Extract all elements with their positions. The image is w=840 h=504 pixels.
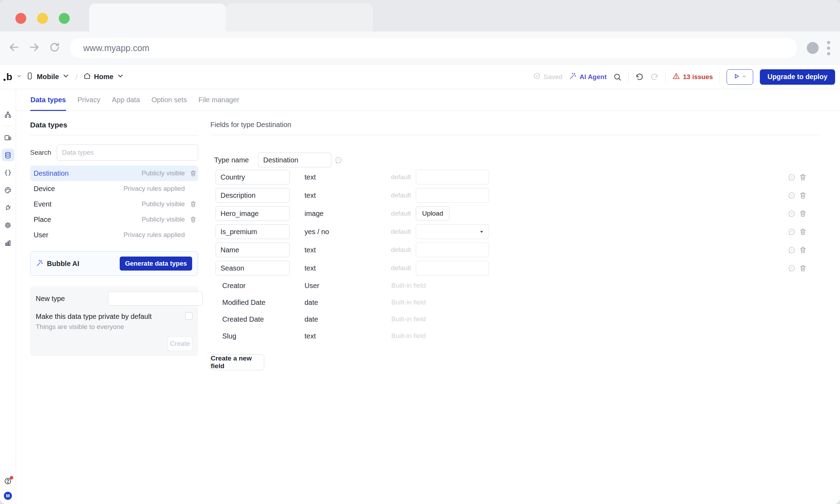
datatype-visibility-status: Publicly visible	[141, 216, 185, 223]
help-icon[interactable]	[4, 477, 12, 486]
new-type-label: New type	[36, 295, 108, 303]
zoom-window-icon[interactable]	[59, 13, 70, 24]
datatype-visibility-status: Privacy rules applied	[124, 231, 185, 239]
preview-button[interactable]	[727, 69, 753, 85]
backend-icon[interactable]	[2, 166, 14, 179]
comment-icon[interactable]	[788, 210, 796, 217]
comment-icon[interactable]	[788, 173, 796, 181]
settings-icon[interactable]	[2, 219, 14, 231]
default-value-input[interactable]	[416, 188, 489, 203]
upload-button[interactable]: Upload	[416, 206, 449, 220]
tab-option-sets[interactable]: Option sets	[151, 89, 187, 111]
comment-icon[interactable]	[788, 264, 796, 272]
browser-profile-avatar[interactable]	[807, 42, 819, 54]
trash-icon[interactable]	[799, 228, 807, 236]
database-icon[interactable]	[2, 149, 14, 161]
create-type-button[interactable]: Create	[167, 336, 192, 351]
datatype-visibility-status: Publicly visible	[141, 169, 185, 177]
tab-data-types[interactable]: Data types	[30, 89, 66, 111]
tab-file-manager[interactable]: File manager	[198, 89, 240, 111]
trash-icon[interactable]	[799, 210, 807, 217]
data-tabs: Data typesPrivacyApp dataOption setsFile…	[16, 89, 840, 111]
datatype-row-user[interactable]: UserPrivacy rules applied	[30, 227, 198, 243]
generate-data-types-button[interactable]: Generate data types	[120, 257, 192, 271]
url-bar[interactable]: www.myapp.com	[70, 38, 797, 58]
trash-icon[interactable]	[799, 173, 807, 181]
forward-icon[interactable]	[29, 42, 40, 54]
redo-icon[interactable]	[650, 73, 659, 81]
styles-icon[interactable]	[2, 184, 14, 196]
field-list: textdefaulttextdefaultimagedefaultUpload…	[210, 168, 819, 277]
user-avatar[interactable]: M	[4, 492, 12, 500]
frames-icon[interactable]	[2, 131, 14, 144]
search-input[interactable]	[57, 145, 198, 161]
default-select[interactable]	[416, 224, 489, 239]
browser-url-row: www.myapp.com	[0, 31, 840, 65]
field-row-description: textdefault	[210, 186, 819, 204]
warning-triangle-icon	[672, 72, 680, 82]
field-name-label: Slug	[222, 332, 236, 340]
default-value-input[interactable]	[416, 243, 489, 257]
trash-icon[interactable]	[190, 170, 197, 177]
browser-tab-active[interactable]	[89, 4, 226, 31]
undo-icon[interactable]	[635, 73, 644, 81]
datatype-row-device[interactable]: DevicePrivacy rules applied	[30, 181, 198, 196]
field-name-input[interactable]	[216, 243, 290, 257]
editor-sidebar: M	[0, 89, 16, 504]
field-name-input[interactable]	[216, 170, 290, 184]
new-type-input[interactable]	[108, 292, 203, 306]
comment-icon[interactable]	[335, 156, 342, 164]
tab-app-data[interactable]: App data	[112, 89, 140, 111]
datatype-row-place[interactable]: PlacePublicly visible	[30, 212, 198, 227]
comment-icon[interactable]	[788, 191, 796, 199]
data-types-panel: Data types Search DestinationPublicly vi…	[30, 121, 198, 356]
field-name-input[interactable]	[216, 261, 290, 275]
comment-icon[interactable]	[788, 228, 796, 236]
field-row-name: textdefault	[210, 241, 819, 259]
datatype-row-event[interactable]: EventPublicly visible	[30, 196, 198, 212]
close-window-icon[interactable]	[15, 13, 26, 24]
default-value-input[interactable]	[416, 170, 489, 184]
trash-icon[interactable]	[799, 246, 807, 254]
datatype-row-destination[interactable]: DestinationPublicly visible	[30, 166, 198, 181]
issues-indicator[interactable]: 13 issues	[672, 72, 713, 82]
device-selector[interactable]: Mobile	[26, 72, 70, 82]
field-name-label: Creator	[222, 282, 246, 290]
trash-icon[interactable]	[799, 191, 807, 199]
field-name-input[interactable]	[216, 206, 290, 221]
search-icon[interactable]	[613, 73, 622, 81]
create-new-field-button[interactable]: Create a new field	[210, 354, 264, 370]
design-icon[interactable]	[2, 91, 14, 103]
field-type-label: User	[304, 282, 319, 290]
trash-icon[interactable]	[190, 201, 197, 208]
plugins-icon[interactable]	[2, 201, 14, 214]
browser-menu-icon[interactable]	[826, 40, 832, 57]
page-selector[interactable]: Home	[83, 72, 125, 82]
bubble-logo[interactable]: b	[4, 72, 12, 82]
private-checkbox[interactable]	[185, 312, 192, 320]
logo-chevron-icon[interactable]	[16, 74, 22, 80]
comment-icon[interactable]	[788, 246, 796, 254]
field-name-input[interactable]	[216, 188, 290, 203]
upgrade-to-deploy-button[interactable]: Upgrade to deploy	[760, 69, 835, 85]
url-text: www.myapp.com	[83, 43, 149, 53]
tab-privacy[interactable]: Privacy	[77, 89, 101, 111]
browser-tab-inactive[interactable]	[226, 4, 373, 31]
type-name-input[interactable]	[258, 153, 331, 167]
back-icon[interactable]	[8, 42, 20, 54]
minimize-window-icon[interactable]	[37, 13, 48, 24]
refresh-icon[interactable]	[49, 42, 60, 54]
trash-icon[interactable]	[190, 216, 197, 223]
data-tab-content: Data typesPrivacyApp dataOption setsFile…	[16, 89, 840, 504]
default-value-input[interactable]	[416, 261, 489, 275]
field-type-label: image	[304, 210, 323, 218]
field-row-hero-image: imagedefaultUpload	[210, 204, 819, 223]
logs-icon[interactable]	[2, 236, 14, 249]
trash-icon[interactable]	[799, 264, 807, 272]
workflow-icon[interactable]	[2, 108, 14, 121]
datatype-name: User	[34, 231, 48, 239]
ai-agent-button[interactable]: AI Agent	[569, 72, 607, 82]
builtin-field-row-creator: CreatorUserBuilt-in field	[210, 277, 819, 294]
field-name-input[interactable]	[216, 224, 290, 239]
chevron-down-icon	[117, 72, 124, 82]
